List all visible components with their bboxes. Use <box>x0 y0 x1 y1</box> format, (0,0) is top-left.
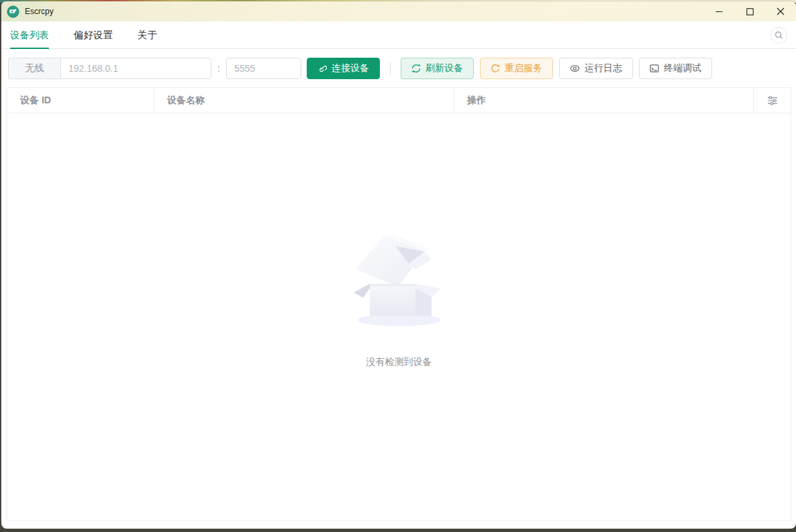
eye-icon <box>570 64 580 73</box>
restart-service-label: 重启服务 <box>505 62 542 74</box>
terminal-icon <box>650 64 659 73</box>
empty-message: 没有检测到设备 <box>366 356 432 368</box>
port-input[interactable] <box>226 58 301 79</box>
empty-state: 没有检测到设备 <box>346 227 453 368</box>
run-logs-label: 运行日志 <box>585 62 622 74</box>
table-header: 设备 ID 设备名称 操作 <box>7 88 791 113</box>
tab-about[interactable]: 关于 <box>138 21 157 48</box>
restart-service-button[interactable]: 重启服务 <box>480 58 553 79</box>
restart-arrow-icon <box>491 64 500 73</box>
close-button[interactable] <box>765 1 796 21</box>
column-header-actions: 操作 <box>454 88 754 113</box>
tab-preferences-label: 偏好设置 <box>74 29 113 42</box>
window-controls <box>703 1 796 21</box>
maximize-icon <box>746 8 754 15</box>
column-settings-button[interactable] <box>754 88 791 113</box>
run-logs-button[interactable]: 运行日志 <box>559 58 633 79</box>
table-body-empty-state: 没有检测到设备 <box>7 113 791 520</box>
wireless-label: 无线 <box>8 58 60 79</box>
toolbar-divider <box>390 62 391 75</box>
app-logo-icon <box>7 5 19 18</box>
tab-device-list-label: 设备列表 <box>10 29 49 42</box>
close-icon <box>777 7 785 15</box>
column-header-device-id: 设备 ID <box>7 88 154 113</box>
device-table: 设备 ID 设备名称 操作 <box>7 87 791 521</box>
search-button[interactable] <box>770 27 787 44</box>
ip-address-input[interactable] <box>60 58 211 79</box>
connection-toolbar: 无线 : 连接设备 刷新设备 <box>1 49 796 79</box>
terminal-debug-button[interactable]: 终端调试 <box>639 58 712 79</box>
connect-device-label: 连接设备 <box>332 62 369 74</box>
tab-bar: 设备列表 偏好设置 关于 <box>1 21 796 49</box>
empty-box-illustration <box>346 227 453 328</box>
terminal-debug-label: 终端调试 <box>664 62 701 74</box>
tab-about-label: 关于 <box>138 29 157 42</box>
refresh-devices-label: 刷新设备 <box>426 62 463 74</box>
action-button-group: 刷新设备 重启服务 运行日志 <box>401 58 712 79</box>
tab-device-list[interactable]: 设备列表 <box>10 21 49 48</box>
refresh-devices-button[interactable]: 刷新设备 <box>401 58 474 79</box>
maximize-button[interactable] <box>734 1 765 21</box>
minimize-button[interactable] <box>703 1 734 21</box>
wireless-input-group: 无线 <box>8 58 211 79</box>
titlebar: Escrcpy <box>1 1 796 21</box>
host-port-separator: : <box>217 63 220 74</box>
window-title: Escrcpy <box>25 7 54 16</box>
minimize-icon <box>715 8 723 15</box>
link-icon <box>317 64 327 73</box>
magnifier-icon <box>775 31 783 40</box>
refresh-icon <box>411 64 421 73</box>
sliders-icon <box>767 96 778 105</box>
escrcpy-window: Escrcpy 设备列表 偏好设置 <box>1 1 796 529</box>
connect-device-button[interactable]: 连接设备 <box>307 58 380 79</box>
column-header-device-name: 设备名称 <box>154 88 454 113</box>
tab-preferences[interactable]: 偏好设置 <box>74 21 113 48</box>
